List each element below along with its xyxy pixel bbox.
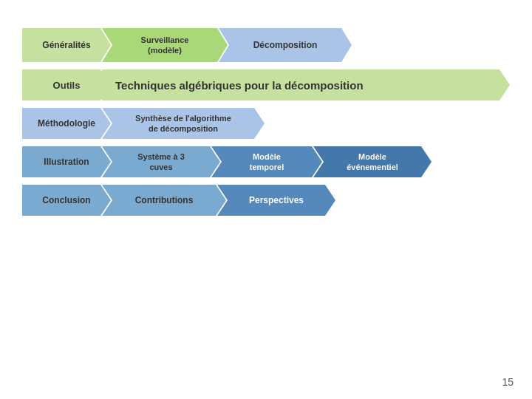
- arrow-systeme-label: Système à 3cuves: [137, 151, 185, 173]
- arrow-conclusion-label: Conclusion: [42, 195, 90, 205]
- row-illustration: Illustration Système à 3cuves Modèletemp…: [22, 146, 510, 177]
- arrow-contributions: Contributions: [102, 185, 226, 216]
- row-conclusion: Conclusion Contributions Perspectives: [22, 185, 510, 216]
- arrow-outils-label: Outils: [53, 80, 81, 91]
- row-methodologie: Méthodologie Synthèse de l'algorithmede …: [22, 108, 510, 139]
- arrow-systeme: Système à 3cuves: [102, 146, 220, 177]
- arrow-modele-temporel-label: Modèletemporel: [250, 151, 284, 173]
- arrow-methodologie-label: Méthodologie: [38, 118, 95, 129]
- arrow-synthese-label: Synthèse de l'algorithmede décomposition: [135, 113, 231, 134]
- arrow-conclusion: Conclusion: [22, 185, 111, 216]
- arrow-generalites-label: Généralités: [42, 40, 90, 50]
- outils-text: Techniques algébriques pour la décomposi…: [115, 79, 364, 92]
- arrow-contributions-label: Contributions: [135, 195, 194, 205]
- arrow-outils: Outils: [22, 69, 111, 100]
- arrow-perspectives-label: Perspectives: [249, 195, 304, 205]
- arrow-modele-temporel: Modèletemporel: [211, 146, 322, 177]
- arrow-surveillance-label: Surveillance(modèle): [141, 35, 189, 56]
- outils-main-text: Techniques algébriques pour la décomposi…: [102, 69, 510, 100]
- arrow-synthese: Synthèse de l'algorithmede décomposition: [102, 108, 265, 139]
- row-outils: Outils Techniques algébriques pour la dé…: [22, 69, 510, 100]
- arrow-methodologie: Méthodologie: [22, 108, 111, 139]
- arrow-illustration: Illustration: [22, 146, 111, 177]
- arrow-surveillance: Surveillance(modèle): [102, 28, 228, 62]
- arrow-modele-evenementiel-label: Modèleévénementiel: [347, 151, 398, 173]
- row-generalites: Généralités Surveillance(modèle) Décompo…: [22, 28, 510, 62]
- arrow-decomposition-top: Décomposition: [219, 28, 352, 62]
- page-number: 15: [502, 376, 514, 388]
- arrow-perspectives: Perspectives: [217, 185, 335, 216]
- arrow-illustration-label: Illustration: [44, 157, 89, 167]
- arrow-generalites: Généralités: [22, 28, 111, 62]
- slide: Généralités Surveillance(modèle) Décompo…: [0, 0, 532, 399]
- arrow-modele-evenementiel: Modèleévénementiel: [313, 146, 432, 177]
- arrow-decomposition-label: Décomposition: [253, 40, 318, 50]
